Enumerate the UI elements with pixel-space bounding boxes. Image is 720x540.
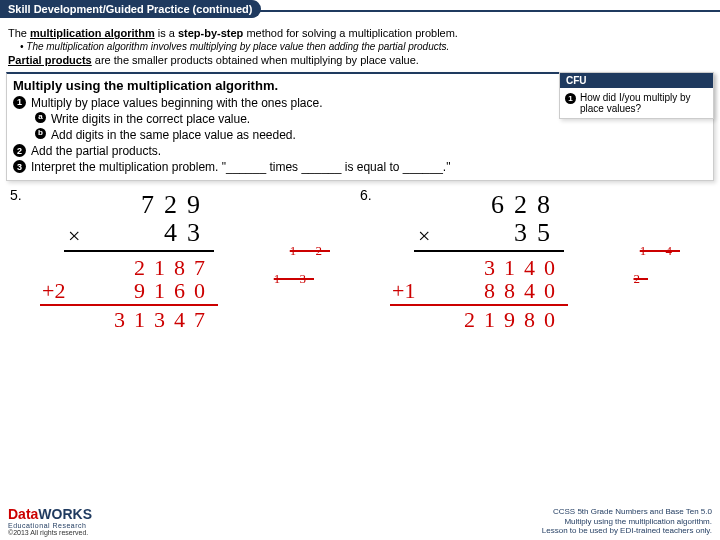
p5-work: 1 2 2187 1 3 +29160 31347 <box>46 256 360 331</box>
cfu-header: CFU <box>560 73 713 88</box>
p5-partial2: 9160 <box>134 279 214 302</box>
step-3: Interpret the multiplication problem. "_… <box>31 159 450 175</box>
problem-6-number: 6. <box>360 187 372 203</box>
cfu-bullet-1: 1 <box>565 93 576 104</box>
footer-left: DataWORKS Educational Research ©2013 All… <box>8 506 92 536</box>
p6-partial2: 8840 <box>484 279 564 302</box>
plus-icon: +1 <box>392 279 415 302</box>
section-header: Skill Development/Guided Practice (conti… <box>0 0 720 22</box>
p6-work: 1 4 3140 2 +18840 21980 <box>396 256 710 331</box>
cfu-question: How did I/you multiply by place values? <box>580 92 708 114</box>
p6-partial1: 3140 <box>396 256 564 279</box>
p6-multiplier: 35 <box>514 219 560 248</box>
logo-part2: WORKS <box>38 506 92 522</box>
copyright: ©2013 All rights reserved. <box>8 529 92 536</box>
intro-bullet: The multiplication algorithm involves mu… <box>8 40 712 53</box>
times-icon: × <box>68 224 80 248</box>
p5-carry2: 1 3 <box>274 272 314 286</box>
p6-carry2: 2 <box>634 272 649 286</box>
step-1b: Add digits in the same place value as ne… <box>51 127 296 143</box>
step-2: Add the partial products. <box>31 143 161 159</box>
problems-area: 5. 729 ×43 1 2 2187 1 3 +29160 31347 6. … <box>0 181 720 331</box>
plus-icon: +2 <box>42 279 65 302</box>
t: is a <box>155 27 178 39</box>
problem-6: 6. 628 ×35 1 4 3140 2 +18840 21980 <box>360 187 710 331</box>
footer: DataWORKS Educational Research ©2013 All… <box>0 506 720 536</box>
logo-part1: Data <box>8 506 38 522</box>
step-3-bullet: 3 <box>13 160 26 173</box>
p5-answer: 31347 <box>46 308 214 331</box>
p6-answer: 21980 <box>396 308 564 331</box>
p5-multiplier: 43 <box>164 219 210 248</box>
p5-partial1: 2187 <box>46 256 214 279</box>
t: The <box>8 27 30 39</box>
standard-ref: CCSS 5th Grade Numbers and Base Ten 5.0 <box>542 507 712 517</box>
step-1-bullet: 1 <box>13 96 26 109</box>
steps-box: Multiply using the multiplication algori… <box>6 72 714 181</box>
times-icon: × <box>418 224 430 248</box>
t: are the smaller products obtained when m… <box>92 54 419 66</box>
logo-subtitle: Educational Research <box>8 522 92 529</box>
step-1a: Write digits in the correct place value. <box>51 111 250 127</box>
p5-carry1: 1 2 <box>290 244 330 258</box>
step-1a-bullet: a <box>35 112 46 123</box>
problem-5: 5. 729 ×43 1 2 2187 1 3 +29160 31347 <box>10 187 360 331</box>
problem-5-number: 5. <box>10 187 22 203</box>
usage-note: Lesson to be used by EDI-trained teacher… <box>542 526 712 536</box>
t: method for solving a multiplication prob… <box>243 27 458 39</box>
p6-multiplicand: 628 <box>420 191 560 220</box>
step-1: Multiply by place values beginning with … <box>31 95 323 111</box>
step-1b-bullet: b <box>35 128 46 139</box>
p5-multiplicand: 729 <box>70 191 210 220</box>
term-partial: Partial products <box>8 54 92 66</box>
section-title: Skill Development/Guided Practice (conti… <box>0 0 261 18</box>
step-2-bullet: 2 <box>13 144 26 157</box>
p6-carry1: 1 4 <box>640 244 680 258</box>
lesson-title: Multiply using the multiplication algori… <box>542 517 712 527</box>
term-algorithm: multiplication algorithm <box>30 27 155 39</box>
cfu-box: CFU 1 How did I/you multiply by place va… <box>559 72 714 119</box>
footer-right: CCSS 5th Grade Numbers and Base Ten 5.0 … <box>542 507 712 536</box>
t: step-by-step <box>178 27 243 39</box>
intro-block: The multiplication algorithm is a step-b… <box>0 22 720 70</box>
